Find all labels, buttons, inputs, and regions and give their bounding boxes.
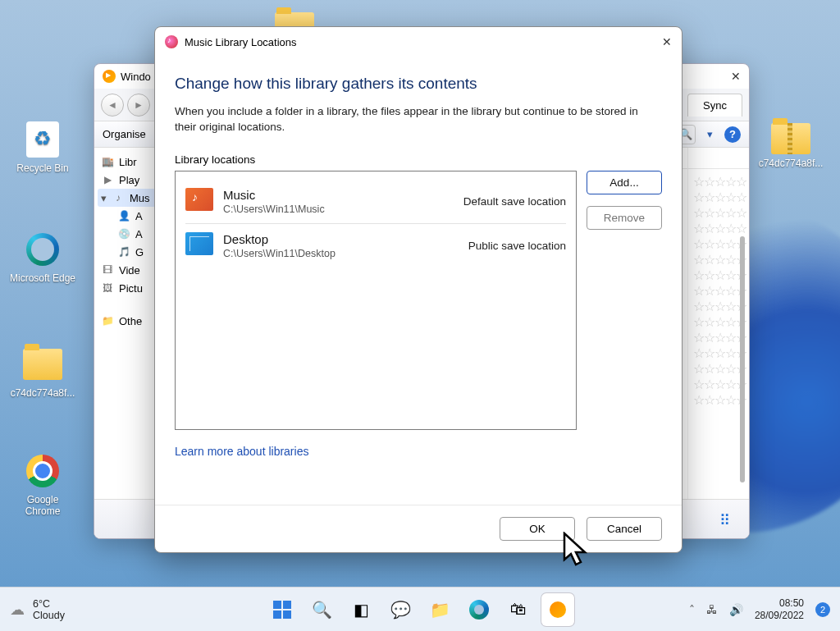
location-status: Default save location	[463, 195, 566, 208]
location-path: C:\Users\Win11\Music	[223, 203, 454, 215]
nav-back-button[interactable]: ◄	[101, 94, 124, 117]
start-button[interactable]	[266, 593, 299, 626]
folder-icon	[23, 349, 62, 380]
volume-icon[interactable]: 🔊	[729, 603, 743, 616]
location-entry-desktop[interactable]: Desktop C:\Users\Win11\Desktop Public sa…	[185, 224, 566, 267]
library-locations-list[interactable]: Music C:\Users\Win11\Music Default save …	[175, 171, 577, 430]
edge-icon	[26, 233, 59, 266]
library-icon: 🏬	[101, 155, 114, 168]
wmp-help-button[interactable]: ?	[724, 126, 741, 143]
scrollbar-thumb[interactable]	[740, 236, 745, 482]
wmp-app-icon	[103, 70, 116, 83]
folder1-label: c74dc774a8f...	[8, 387, 77, 399]
task-view-button[interactable]: ◧	[345, 593, 377, 626]
library-locations-dialog: Music Library Locations ✕ Change how thi…	[154, 26, 682, 553]
dialog-close-button[interactable]: ✕	[662, 35, 672, 48]
other-icon: 📁	[101, 314, 114, 327]
nav-forward-button[interactable]: ►	[127, 94, 150, 117]
desktop-folder-icon	[185, 232, 213, 255]
desktop-chrome[interactable]: Google Chrome	[8, 451, 77, 517]
taskbar-wmp-icon[interactable]	[541, 593, 574, 626]
dialog-title: Music Library Locations	[185, 36, 297, 48]
desktop-zip-folder[interactable]: c74dc774a8f...	[756, 123, 825, 169]
edge-label: Microsoft Edge	[8, 272, 77, 284]
dropdown-chevron-icon[interactable]: ▾	[707, 128, 713, 140]
location-path: C:\Users\Win11\Desktop	[223, 248, 459, 259]
location-name: Desktop	[223, 232, 459, 246]
dialog-app-icon	[165, 35, 178, 48]
taskbar-weather: Cloudy	[33, 610, 65, 621]
taskbar-store-icon[interactable]: 🛍	[502, 593, 535, 626]
zipfolder-label: c74dc774a8f...	[756, 158, 825, 169]
location-entry-music[interactable]: Music C:\Users\Win11\Music Default save …	[185, 180, 566, 224]
dialog-heading: Change how this library gathers its cont…	[175, 75, 662, 93]
chrome-icon	[26, 455, 59, 487]
playlist-icon: ▶	[101, 173, 114, 186]
desktop-edge[interactable]: Microsoft Edge	[8, 230, 77, 284]
artist-icon: 👤	[117, 209, 130, 222]
taskbar-temp: 6°C	[33, 598, 65, 610]
music-icon: ♪	[112, 191, 125, 204]
tray-overflow-icon[interactable]: ˄	[689, 603, 695, 616]
location-name: Music	[223, 188, 454, 202]
network-icon[interactable]: 🖧	[706, 603, 718, 616]
album-icon: 💿	[117, 227, 130, 240]
add-button[interactable]: Add...	[587, 171, 662, 194]
taskbar-time: 08:50	[755, 597, 804, 609]
cancel-button[interactable]: Cancel	[587, 517, 662, 541]
recycle-bin-label: Recycle Bin	[8, 162, 77, 174]
chrome-label: Google Chrome	[8, 494, 77, 517]
cloud-icon: ☁	[10, 601, 25, 619]
genre-icon: 🎵	[117, 245, 130, 258]
taskbar-weather-widget[interactable]: ☁ 6°C Cloudy	[10, 598, 65, 621]
ok-button[interactable]: OK	[500, 517, 575, 541]
wmp-title-text: Windo	[121, 71, 151, 83]
library-locations-label: Library locations	[175, 153, 662, 166]
switch-view-icon[interactable]: ⠿	[719, 511, 736, 528]
taskbar-chat-icon[interactable]: 💬	[384, 593, 417, 626]
video-icon: 🎞	[101, 263, 114, 277]
taskbar-date: 28/09/2022	[755, 610, 804, 621]
taskbar-edge-icon[interactable]	[463, 593, 495, 626]
music-folder-icon	[185, 188, 213, 211]
taskbar-explorer-icon[interactable]: 📁	[423, 593, 456, 626]
wmp-organise-menu[interactable]: Organise	[103, 128, 146, 140]
zip-folder-icon	[771, 123, 810, 154]
wmp-close-button[interactable]: ✕	[731, 70, 741, 83]
desktop-folder-1[interactable]: c74dc774a8f...	[8, 345, 77, 399]
wmp-tab-sync[interactable]: Sync	[687, 94, 742, 117]
dialog-description: When you include a folder in a library, …	[175, 104, 662, 135]
pictures-icon: 🖼	[101, 281, 114, 295]
taskbar-search-button[interactable]: 🔍	[305, 593, 338, 626]
taskbar[interactable]: ☁ 6°C Cloudy 🔍 ◧ 💬 📁 🛍 ˄ 🖧 🔊 08:50 28/09…	[0, 587, 840, 631]
taskbar-clock[interactable]: 08:50 28/09/2022	[755, 597, 804, 621]
desktop-recycle-bin[interactable]: Recycle Bin	[8, 120, 77, 174]
notification-badge[interactable]: 2	[815, 602, 830, 617]
remove-button[interactable]: Remove	[587, 206, 662, 230]
recycle-bin-icon	[26, 121, 59, 158]
learn-more-link[interactable]: Learn more about libraries	[175, 445, 662, 458]
location-status: Public save location	[468, 240, 566, 252]
